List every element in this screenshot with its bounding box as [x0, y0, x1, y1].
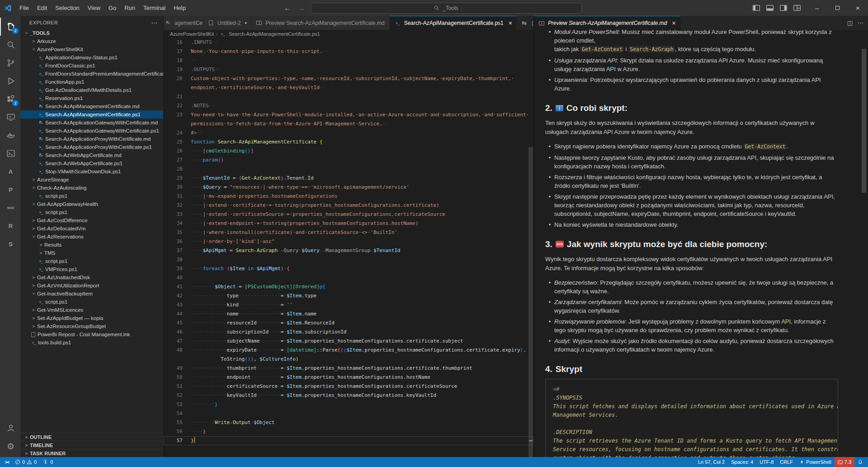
language-mode-status[interactable]: PowerShell: [796, 457, 835, 467]
menu-help[interactable]: Help: [170, 3, 190, 13]
run-and-debug-icon[interactable]: [0, 72, 20, 90]
azure-icon[interactable]: A: [0, 162, 20, 181]
extension-p-icon[interactable]: P: [0, 181, 20, 199]
toggle-secondary-sidebar-icon[interactable]: [780, 5, 787, 11]
breadcrumb-file[interactable]: Search-AzApiManagementCertificate.ps1: [229, 31, 320, 37]
extension-r-icon[interactable]: R: [0, 217, 20, 235]
tab-preview-search-azapimanagementcertificate-md[interactable]: Preview Search-AzApiManagementCertificat…: [534, 16, 681, 30]
split-editor-button[interactable]: ◫: [847, 19, 853, 26]
tree-item[interactable]: >AzurePowerShellKit: [20, 45, 163, 53]
tree-item[interactable]: >_Get-AzDeallocatedVMwithDetails.ps1: [20, 86, 163, 94]
tree-item[interactable]: >AzureStorage: [20, 176, 163, 184]
customize-layout-icon[interactable]: [793, 5, 801, 11]
menu-view[interactable]: View: [84, 3, 104, 13]
tree-item[interactable]: >_script.ps1: [20, 208, 163, 216]
tree-item[interactable]: >Get-AzVmUtilizationReport: [20, 281, 163, 290]
tree-item[interactable]: >Get-AzUnattachedDisk: [20, 273, 163, 281]
tree-item[interactable]: >Get-AzDellocatedVm: [20, 224, 163, 233]
code-editor[interactable]: 16.INPUTS··17None.·You·cannot·pipe·input…: [164, 38, 533, 457]
open-changes-icon[interactable]: ⇆: [522, 19, 527, 26]
tree-item[interactable]: >_Search-AzApplicationGatewayWithCertifi…: [20, 127, 163, 135]
close-tab-button[interactable]: ×: [509, 19, 512, 27]
tree-item[interactable]: >_tools.build.ps1: [20, 338, 163, 347]
search-icon[interactable]: [0, 36, 20, 54]
forward-button[interactable]: →: [297, 4, 306, 12]
maximize-button[interactable]: [827, 0, 848, 16]
tree-item[interactable]: >Check-AzAutoscaling: [20, 184, 163, 192]
close-tab-button[interactable]: ×: [672, 19, 675, 27]
tree-item[interactable]: >_Search-AzApiManagementCertificate.ps1: [20, 110, 163, 119]
menu-selection[interactable]: Selection: [51, 3, 83, 13]
tree-item[interactable]: M↓Search-AzApplicationProxyWithCertifica…: [20, 135, 163, 143]
minimize-button[interactable]: –: [807, 0, 827, 16]
notifications-button[interactable]: [854, 457, 866, 467]
tree-item[interactable]: >_FrontDoorsStandardPremiumManagementCer…: [20, 70, 163, 78]
tree-item[interactable]: >Get-VmMSLicences: [20, 306, 163, 314]
tree-item[interactable]: >Arkusze: [20, 37, 163, 45]
panel-task-runner[interactable]: >TASK RUNNER: [20, 449, 163, 457]
breadcrumb-folder[interactable]: AzurePowerShellKit: [170, 31, 214, 37]
tree-item[interactable]: M↓Search-AzWebAppCertificate.md: [20, 151, 163, 159]
panel-timeline[interactable]: >TIMELINE: [20, 441, 163, 449]
explorer-more-actions-button[interactable]: ⋯: [151, 19, 158, 26]
menu-edit[interactable]: Edit: [33, 3, 51, 13]
tab-search-azapimanagementcertificate-ps1[interactable]: >_Search-AzApiManagementCertificate.ps1×: [390, 16, 517, 30]
tree-item[interactable]: >_Search-AzApplicationProxyWithCertifica…: [20, 143, 163, 151]
tree-item[interactable]: >Results: [20, 241, 163, 249]
breadcrumb[interactable]: AzurePowerShellKit › >_ Search-AzApiMana…: [164, 30, 533, 38]
tree-item[interactable]: >TMS: [20, 249, 163, 257]
eol-status[interactable]: CRLF: [777, 457, 796, 467]
open-preview-icon[interactable]: ▢: [532, 19, 533, 26]
tree-item[interactable]: >_Stop-VMwithScaleDownDisk.ps1: [20, 167, 163, 176]
explorer-icon[interactable]: 2: [0, 18, 20, 36]
menu-terminal[interactable]: Terminal: [139, 3, 170, 13]
panel-outline[interactable]: >OUTLINE: [20, 433, 163, 441]
back-button[interactable]: ←: [283, 4, 292, 12]
more-actions-button[interactable]: ⋯: [858, 19, 863, 26]
tab-preview-search-azapimanagementcertificate-md[interactable]: Preview Search-AzApiManagementCertificat…: [252, 16, 389, 30]
markdown-preview[interactable]: •Moduł Azure PowerShell: Musisz mieć zai…: [534, 30, 868, 457]
tree-item[interactable]: M↓Search-AzApplicationGatewayWithCertifi…: [20, 119, 163, 127]
tree-item[interactable]: >Get-AzAppGatewayHealth: [20, 200, 163, 208]
remote-explorer-icon[interactable]: [0, 108, 20, 126]
remote-indicator[interactable]: ><: [2, 457, 12, 467]
close-window-button[interactable]: ×: [848, 0, 868, 16]
tree-item[interactable]: >_Search-AzWebAppCertificate.ps1: [20, 159, 163, 167]
ports-status[interactable]: 0: [40, 457, 56, 467]
tree-item[interactable]: >_FrontDoorClassic.ps1: [20, 62, 163, 70]
powershell-session-status[interactable]: 7.3: [835, 457, 854, 467]
tree-item[interactable]: >_script.ps1: [20, 192, 163, 200]
menu-go[interactable]: Go: [104, 3, 120, 13]
extensions-icon[interactable]: 2: [0, 90, 20, 108]
encoding-status[interactable]: UTF-8: [756, 457, 777, 467]
extension-s-icon[interactable]: S: [0, 235, 20, 253]
tree-item[interactable]: >_VMPrices.ps1: [20, 265, 163, 273]
menu-file[interactable]: File: [15, 3, 33, 13]
source-control-icon[interactable]: [0, 54, 20, 72]
tree-item[interactable]: >_Reservation.ps1: [20, 94, 163, 102]
indentation-status[interactable]: Spaces: 4: [728, 457, 756, 467]
toggle-primary-sidebar-icon[interactable]: [753, 5, 760, 11]
cursor-position-status[interactable]: Ln 57, Col 2: [695, 457, 728, 467]
problems-status[interactable]: 0 0: [12, 457, 40, 467]
tree-item[interactable]: >Get-AzCostDifference: [20, 216, 163, 224]
tree-item[interactable]: >_script.ps1: [20, 298, 163, 306]
settings-icon[interactable]: ⚙: [0, 437, 20, 455]
tab-agementcertifica[interactable]: M↓agementCertifica: [164, 16, 203, 30]
tree-item[interactable]: PowerBi Repost - Cost Management.lnk: [20, 330, 163, 338]
account-icon[interactable]: [0, 419, 20, 437]
tree-item[interactable]: >_script.ps1: [20, 257, 163, 265]
live-server-icon[interactable]: 5000: [0, 199, 20, 217]
tab-untitled-2[interactable]: Untitled-2●: [203, 16, 252, 30]
tree-item[interactable]: >_FunctionApp.ps1: [20, 78, 163, 86]
tree-item[interactable]: >_ApplicationGateway-Status.ps1: [20, 53, 163, 62]
editor-scrollbar[interactable]: [528, 38, 533, 457]
tree-item[interactable]: >Get-InactiveBackupItem: [20, 290, 163, 298]
live-preview-icon[interactable]: [0, 144, 20, 162]
tree-item[interactable]: >Get-AzReservations: [20, 233, 163, 241]
toggle-panel-icon[interactable]: [766, 5, 774, 11]
search-box[interactable]: _Tools: [311, 3, 582, 14]
preview-scrollbar[interactable]: [862, 49, 866, 193]
tree-item[interactable]: >_TOOLS: [20, 29, 163, 37]
tree-item[interactable]: M↓Search-AzApiManagementCertificate.md: [20, 102, 163, 110]
